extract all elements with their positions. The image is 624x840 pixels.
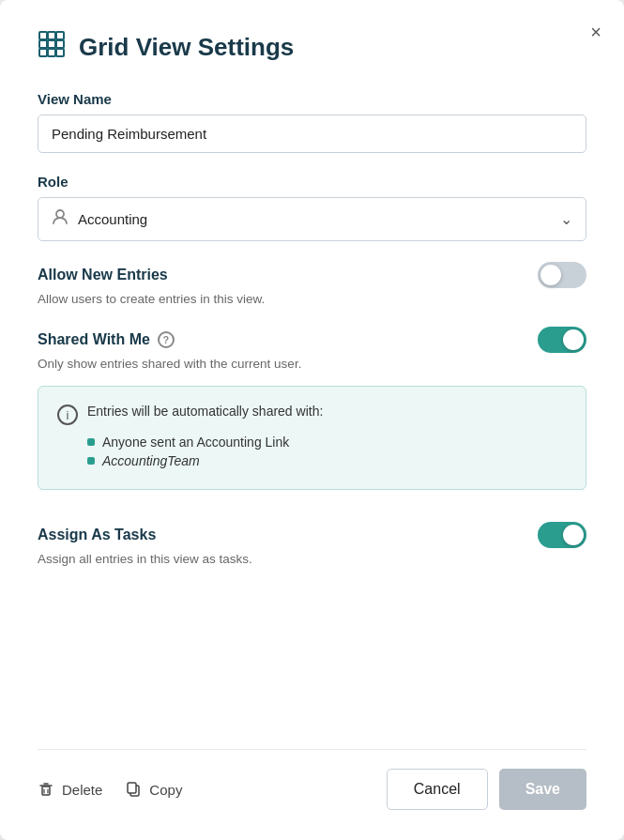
assign-as-tasks-desc: Assign all entries in this view as tasks… <box>38 552 586 566</box>
copy-icon <box>125 781 142 798</box>
view-name-input[interactable] <box>38 115 586 153</box>
modal: × Grid View Settings View Name Role <box>0 0 624 840</box>
svg-rect-0 <box>39 32 47 39</box>
footer-left: Delete Copy <box>38 777 387 802</box>
shared-with-me-toggle[interactable] <box>538 327 586 353</box>
allow-new-entries-title: Allow New Entries <box>38 267 168 283</box>
svg-rect-1 <box>48 32 55 39</box>
save-button[interactable]: Save <box>499 769 586 810</box>
shared-with-me-section: Shared With Me ? Only show entries share… <box>38 327 586 516</box>
info-box-header-text: Entries will be automatically shared wit… <box>87 404 323 419</box>
svg-rect-2 <box>56 32 64 39</box>
allow-new-entries-header: Allow New Entries <box>38 262 586 288</box>
trash-icon <box>38 781 54 798</box>
svg-rect-8 <box>56 49 64 56</box>
role-select[interactable]: Accounting ⌄ <box>38 197 586 241</box>
delete-label: Delete <box>62 782 102 798</box>
footer: Delete Copy Cancel Save <box>38 749 586 810</box>
info-item-1: Anyone sent an Accounting Link <box>102 435 289 450</box>
modal-header: Grid View Settings <box>38 30 586 65</box>
svg-rect-7 <box>48 49 55 56</box>
allow-new-entries-toggle[interactable] <box>538 262 586 288</box>
close-button[interactable]: × <box>586 19 605 45</box>
svg-rect-3 <box>39 40 47 48</box>
shared-with-me-header: Shared With Me ? <box>38 327 586 353</box>
assign-as-tasks-toggle[interactable] <box>538 522 586 548</box>
bullet-icon <box>87 438 95 446</box>
modal-title: Grid View Settings <box>79 33 294 62</box>
svg-rect-16 <box>128 783 136 793</box>
cancel-button[interactable]: Cancel <box>387 769 488 810</box>
info-list: Anyone sent an Accounting Link Accountin… <box>57 435 567 468</box>
svg-rect-4 <box>48 40 55 48</box>
view-name-label: View Name <box>38 91 586 107</box>
shared-with-me-title: Shared With Me ? <box>38 331 175 348</box>
assign-as-tasks-section: Assign As Tasks Assign all entries in th… <box>38 522 586 581</box>
svg-rect-5 <box>56 40 64 48</box>
assign-as-tasks-title: Assign As Tasks <box>38 527 156 543</box>
view-name-section: View Name <box>38 91 586 174</box>
chevron-down-icon: ⌄ <box>560 210 572 228</box>
footer-buttons: Cancel Save <box>387 769 586 810</box>
allow-new-entries-section: Allow New Entries Allow users to create … <box>38 262 586 321</box>
shared-with-me-desc: Only show entries shared with the curren… <box>38 357 586 371</box>
role-select-wrapper[interactable]: Accounting ⌄ <box>38 197 586 241</box>
svg-rect-10 <box>42 787 50 795</box>
assign-as-tasks-header: Assign As Tasks <box>38 522 586 548</box>
allow-new-entries-desc: Allow users to create entries in this vi… <box>38 292 586 306</box>
allow-new-entries-slider <box>538 262 586 288</box>
copy-button[interactable]: Copy <box>125 777 182 802</box>
list-item: Anyone sent an Accounting Link <box>87 435 567 450</box>
shared-info-box: i Entries will be automatically shared w… <box>38 386 586 490</box>
list-item: AccountingTeam <box>87 453 567 468</box>
delete-button[interactable]: Delete <box>38 777 102 802</box>
role-selected-value: Accounting <box>78 211 147 227</box>
svg-point-9 <box>56 210 64 218</box>
assign-as-tasks-slider <box>538 522 586 548</box>
info-item-2: AccountingTeam <box>102 453 200 468</box>
user-icon <box>52 208 68 230</box>
role-section: Role Accounting ⌄ <box>38 174 586 241</box>
role-label: Role <box>38 174 586 190</box>
help-icon: ? <box>158 331 175 348</box>
shared-with-me-slider <box>538 327 586 353</box>
info-box-header: i Entries will be automatically shared w… <box>57 404 567 425</box>
bullet-icon <box>87 457 95 465</box>
svg-rect-6 <box>39 49 47 56</box>
info-circle-icon: i <box>57 405 78 425</box>
grid-icon <box>38 30 66 65</box>
copy-label: Copy <box>149 782 182 798</box>
